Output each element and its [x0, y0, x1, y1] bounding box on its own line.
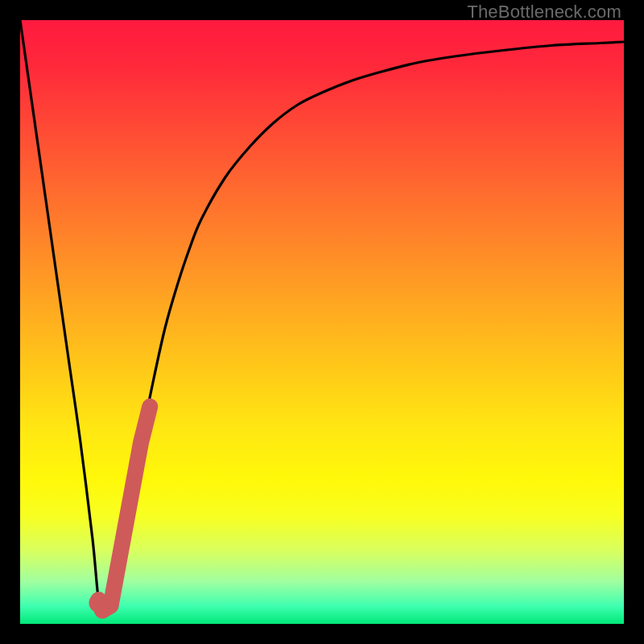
- highlight-end-dot: [89, 593, 109, 613]
- chart-frame: TheBottleneck.com: [0, 0, 644, 644]
- plot-area: [20, 20, 624, 624]
- bottleneck-curve: [20, 20, 624, 613]
- chart-svg: [20, 20, 624, 624]
- attribution-text: TheBottleneck.com: [467, 2, 621, 23]
- highlight-segment: [99, 407, 151, 611]
